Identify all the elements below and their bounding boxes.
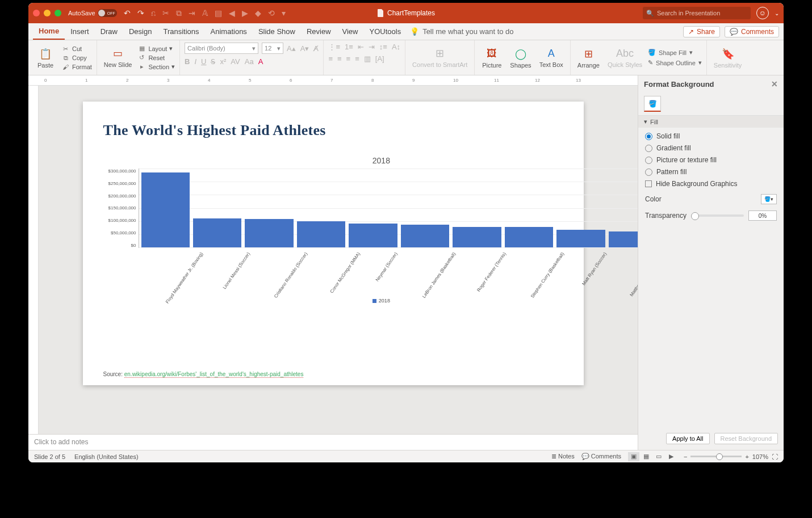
sorter-view-icon[interactable]: ▦ xyxy=(641,452,652,461)
qat-icon[interactable]: ◆ xyxy=(255,9,261,18)
clear-format-button[interactable]: A̸ xyxy=(313,44,319,53)
comments-toggle[interactable]: 💬 Comments xyxy=(581,453,621,460)
share-button[interactable]: ↗ Share xyxy=(683,26,720,37)
grow-font-button[interactable]: A▴ xyxy=(287,44,296,53)
solid-fill-radio[interactable]: Solid fill xyxy=(645,132,777,140)
line-spacing-button[interactable]: ↕≡ xyxy=(379,43,387,51)
notes-toggle[interactable]: ≣ Notes xyxy=(551,453,575,460)
transparency-value[interactable]: 0% xyxy=(748,210,777,221)
underline-button[interactable]: U xyxy=(201,57,206,66)
tab-draw[interactable]: Draw xyxy=(95,23,123,40)
copy-button[interactable]: ⧉Copy xyxy=(61,54,92,62)
align-left-button[interactable]: ≡ xyxy=(328,54,333,63)
smartart-button[interactable]: ⊞ Convert to SmartArt xyxy=(410,47,470,68)
gradient-fill-radio[interactable]: Gradient fill xyxy=(645,144,777,152)
qat-icon[interactable]: ⧉ xyxy=(176,9,182,18)
zoom-icon[interactable] xyxy=(55,10,61,16)
tab-view[interactable]: View xyxy=(337,23,364,40)
zoom-slider[interactable] xyxy=(690,456,742,457)
tab-youtools[interactable]: YOUtools xyxy=(364,23,407,40)
arrange-button[interactable]: ⊞Arrange xyxy=(575,47,602,69)
fill-tab-icon[interactable]: 🪣 xyxy=(644,96,661,112)
close-pane-icon[interactable]: ✕ xyxy=(771,79,778,89)
indent-inc-button[interactable]: ⇥ xyxy=(369,43,375,51)
section-button[interactable]: ▸Section ▾ xyxy=(137,63,175,70)
text-direction-button[interactable]: A↕ xyxy=(392,43,400,51)
qat-dropdown-icon[interactable]: ▾ xyxy=(282,9,286,18)
justify-button[interactable]: ≡ xyxy=(355,54,359,63)
language-indicator[interactable]: English (United States) xyxy=(74,453,139,460)
tab-design[interactable]: Design xyxy=(123,23,157,40)
qat-icon[interactable]: ▶ xyxy=(242,9,248,18)
zoom-out-icon[interactable]: − xyxy=(684,453,687,460)
normal-view-icon[interactable]: ▣ xyxy=(628,452,639,461)
bullets-button[interactable]: ⋮≡ xyxy=(328,43,340,51)
shapes-button[interactable]: ◯Shapes xyxy=(508,47,533,69)
tab-review[interactable]: Review xyxy=(301,23,337,40)
textbox-button[interactable]: AText Box xyxy=(537,47,566,68)
reading-view-icon[interactable]: ▭ xyxy=(653,452,664,461)
tell-me[interactable]: 💡 Tell me what you want to do xyxy=(410,27,513,36)
sensitivity-button[interactable]: 🔖Sensitivity xyxy=(711,47,744,69)
align-text-button[interactable]: [A] xyxy=(375,54,384,63)
tab-transitions[interactable]: Transitions xyxy=(157,23,204,40)
cut-button[interactable]: ✂Cut xyxy=(61,45,92,53)
apply-all-button[interactable]: Apply to All xyxy=(666,433,709,444)
qat-icon[interactable]: ▤ xyxy=(215,9,222,18)
picture-button[interactable]: 🖼Picture xyxy=(479,47,504,69)
slide-indicator[interactable]: Slide 2 of 5 xyxy=(34,453,65,460)
color-picker[interactable]: 🪣▾ xyxy=(761,194,777,204)
indent-dec-button[interactable]: ⇤ xyxy=(358,43,364,51)
slideshow-view-icon[interactable]: ▶ xyxy=(665,452,677,461)
hide-bg-checkbox[interactable]: Hide Background Graphics xyxy=(645,180,777,188)
qat-icon[interactable]: ⟲ xyxy=(268,9,275,18)
qat-icon[interactable]: ⇥ xyxy=(189,9,195,18)
font-color-button[interactable]: A xyxy=(258,57,263,66)
format-painter-button[interactable]: 🖌Format xyxy=(61,64,92,70)
autosave-toggle[interactable]: AutoSave OFF xyxy=(68,9,117,17)
slide[interactable]: The World's Highest Paid Athletes 2018 $… xyxy=(83,102,584,385)
paste-button[interactable]: 📋 Paste xyxy=(33,47,58,69)
comments-button[interactable]: 💬 Comments xyxy=(725,26,779,37)
slide-title[interactable]: The World's Highest Paid Athletes xyxy=(103,122,563,139)
chart-2018[interactable]: 2018 $300,000,000$250,000,000$200,000,00… xyxy=(103,156,638,304)
picture-fill-radio[interactable]: Picture or texture fill xyxy=(645,156,777,164)
minimize-icon[interactable] xyxy=(44,10,51,16)
tab-insert[interactable]: Insert xyxy=(65,23,95,40)
shape-outline-button[interactable]: ✎Shape Outline ▾ xyxy=(648,59,702,66)
align-center-button[interactable]: ≡ xyxy=(337,54,342,63)
fit-window-icon[interactable]: ⛶ xyxy=(772,453,778,460)
strike-button[interactable]: S̶ xyxy=(211,57,215,66)
subscript-button[interactable]: x² xyxy=(220,57,226,66)
shape-fill-button[interactable]: 🪣Shape Fill ▾ xyxy=(648,49,702,56)
columns-button[interactable]: ▥ xyxy=(364,54,371,63)
fill-section-header[interactable]: ▾ Fill xyxy=(638,116,784,128)
reset-button[interactable]: ↺Reset xyxy=(137,54,175,61)
tab-home[interactable]: Home xyxy=(33,23,65,40)
case-button[interactable]: Aa xyxy=(245,57,254,66)
qat-icon[interactable]: 𝔸 xyxy=(202,9,208,18)
close-icon[interactable] xyxy=(33,10,40,16)
font-name-select[interactable]: Calibri (Body)▾ xyxy=(185,43,258,54)
search-input[interactable]: 🔍 Search in Presentation xyxy=(643,7,751,19)
font-size-select[interactable]: 12▾ xyxy=(262,43,283,54)
undo-icon[interactable]: ↶ xyxy=(124,9,131,18)
qat-icon[interactable]: ⎌ xyxy=(151,9,156,18)
source-link[interactable]: en.wikipedia.org/wiki/Forbes'_list_of_th… xyxy=(124,371,304,378)
tab-animations[interactable]: Animations xyxy=(205,23,253,40)
notes-area[interactable]: Click to add notes xyxy=(28,434,638,450)
redo-icon[interactable]: ↷ xyxy=(137,9,144,18)
tab-slideshow[interactable]: Slide Show xyxy=(253,23,301,40)
quick-styles-button[interactable]: AbcQuick Styles xyxy=(605,47,644,68)
bold-button[interactable]: B xyxy=(185,57,190,66)
user-avatar[interactable]: ☺ xyxy=(756,7,769,19)
align-right-button[interactable]: ≡ xyxy=(346,54,351,63)
shrink-font-button[interactable]: A▾ xyxy=(300,44,309,53)
autosave-switch[interactable]: OFF xyxy=(98,9,117,17)
layout-button[interactable]: ▦Layout ▾ xyxy=(137,45,175,52)
zoom-in-icon[interactable]: + xyxy=(745,453,748,460)
transparency-slider[interactable] xyxy=(691,214,744,217)
italic-button[interactable]: I xyxy=(194,57,196,66)
qat-icon[interactable]: ◀ xyxy=(229,9,235,18)
numbering-button[interactable]: 1≡ xyxy=(345,43,353,51)
